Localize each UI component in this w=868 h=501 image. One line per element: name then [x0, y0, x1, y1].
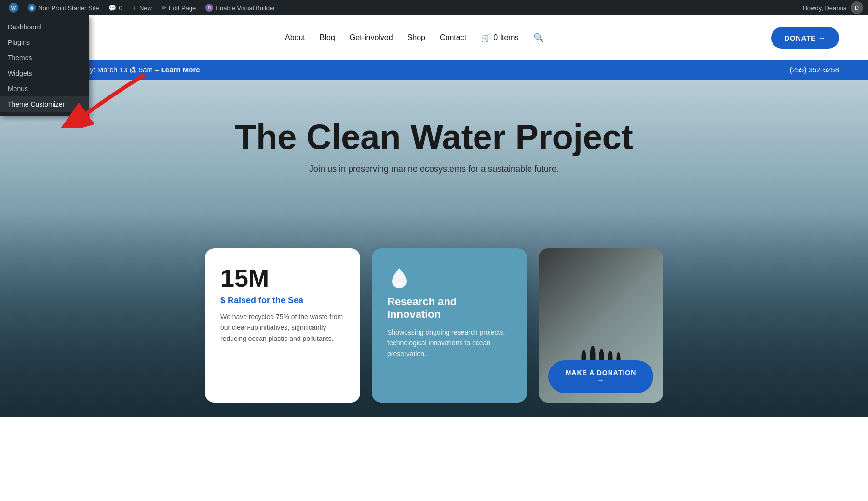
nav-get-involved[interactable]: Get-involved	[350, 33, 393, 42]
dropdown-item-menus[interactable]: Menus	[0, 81, 89, 96]
user-avatar: D	[851, 1, 863, 14]
site-content: D About Blog Get-involved Shop Contact 🛒…	[0, 15, 868, 417]
comments-menu[interactable]: 💬 0	[105, 0, 126, 15]
feature-cards: 15M $ Raised for the Sea We have recycle…	[205, 248, 663, 403]
dropdown-item-widgets[interactable]: Widgets	[0, 66, 89, 81]
edit-page-button[interactable]: ✏ Edit Page	[158, 0, 200, 15]
donate-btn-label: DONATE →	[785, 34, 826, 42]
stat-number: 15M	[220, 266, 345, 291]
appearance-dropdown: Dashboard Plugins Themes Widgets Menus T…	[0, 15, 89, 116]
research-card-desc: Showcasing ongoing research projects, te…	[387, 327, 512, 359]
stat-description: We have recycled 75% of the waste from o…	[220, 311, 345, 344]
research-card-title: Research and Innovation	[387, 296, 512, 321]
new-content-menu[interactable]: + New	[128, 0, 156, 15]
divi-icon: D	[205, 4, 213, 12]
announcement-banner: Beach Cleanup Day: March 13 @ 9am – Lear…	[0, 60, 868, 80]
wp-logo-menu[interactable]: W	[5, 0, 22, 15]
edit-page-label: Edit Page	[169, 4, 196, 12]
plus-icon: +	[132, 4, 136, 12]
comment-icon: 💬	[108, 4, 116, 12]
cart-items-label: 0 Items	[493, 33, 518, 42]
banner-phone: (255) 352-6258	[789, 66, 839, 74]
nav-about[interactable]: About	[285, 33, 305, 42]
site-name-label: Non Profit Starter Site	[38, 4, 99, 12]
donation-btn-label: MAKE A DONATION →	[564, 369, 638, 384]
dropdown-item-theme-customizer[interactable]: Theme Customizer	[0, 96, 89, 112]
edit-icon: ✏	[162, 4, 166, 11]
stat-label: $ Raised for the Sea	[220, 296, 345, 306]
cart-icon: 🛒	[481, 33, 490, 42]
visual-builder-label: Enable Visual Builder	[216, 4, 275, 12]
avatar-initials: D	[855, 5, 859, 11]
site-icon: ◉	[28, 4, 36, 12]
howdy-text: Howdy, Deanna	[802, 4, 847, 12]
donate-button[interactable]: DONATE →	[771, 27, 839, 49]
photo-card: MAKE A DONATION →	[539, 248, 663, 403]
nav-cart[interactable]: 🛒 0 Items	[481, 33, 518, 42]
dropdown-item-plugins[interactable]: Plugins	[0, 35, 89, 50]
wordpress-icon: W	[9, 3, 18, 13]
dropdown-item-themes[interactable]: Themes	[0, 50, 89, 66]
make-donation-button[interactable]: MAKE A DONATION →	[548, 360, 653, 393]
site-name-menu[interactable]: ◉ Non Profit Starter Site	[24, 0, 103, 15]
hero-title: The Clean Water Project	[235, 118, 633, 156]
stat-card: 15M $ Raised for the Sea We have recycle…	[205, 248, 360, 403]
research-card: Research and Innovation Showcasing ongoi…	[372, 248, 527, 403]
banner-link[interactable]: Learn More	[161, 66, 200, 74]
howdy-menu[interactable]: Howdy, Deanna D	[802, 1, 863, 14]
visual-builder-button[interactable]: D Enable Visual Builder	[202, 0, 279, 15]
site-navigation: About Blog Get-involved Shop Contact 🛒 0…	[285, 32, 544, 43]
site-header: D About Blog Get-involved Shop Contact 🛒…	[0, 15, 868, 60]
admin-bar: W ◉ Non Profit Starter Site 💬 0 + New ✏ …	[0, 0, 868, 15]
svg-point-1	[392, 282, 407, 286]
hero-subtitle: Join us in preserving marine ecosystems …	[309, 164, 559, 174]
hero-section: The Clean Water Project Join us in prese…	[0, 80, 868, 417]
comment-count: 0	[119, 4, 122, 12]
nav-shop[interactable]: Shop	[407, 33, 425, 42]
dropdown-item-dashboard[interactable]: Dashboard	[0, 19, 89, 35]
search-icon[interactable]: 🔍	[533, 32, 544, 43]
nav-blog[interactable]: Blog	[320, 33, 335, 42]
water-drop-icon	[387, 266, 411, 290]
nav-contact[interactable]: Contact	[440, 33, 466, 42]
new-label: New	[139, 4, 152, 12]
